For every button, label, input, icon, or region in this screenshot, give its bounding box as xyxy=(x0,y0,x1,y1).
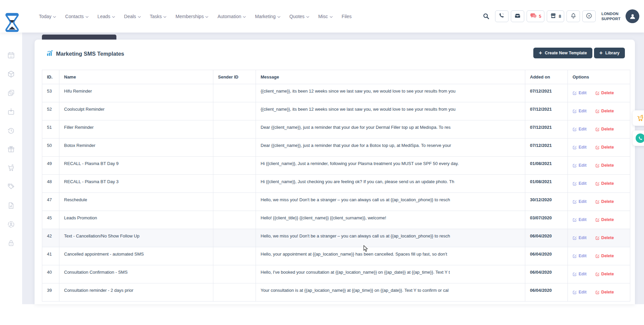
sidebar-item-cart[interactable] xyxy=(7,164,15,172)
templates-table-wrap: ID.NameSender IDMessageAdded onOptions 5… xyxy=(42,70,630,302)
row-message: {{client_name}}, its been 12 weeks since… xyxy=(256,102,525,120)
table-row: 39 Consultation reminder - 2 days prior … xyxy=(42,283,630,302)
row-options: EditDelete xyxy=(568,211,630,229)
library-button[interactable]: + Library xyxy=(594,48,625,58)
edit-button[interactable]: Edit xyxy=(573,145,587,150)
edit-button[interactable]: Edit xyxy=(573,272,587,276)
table-row: 42 Text - Cancellation/No Show Follow Up… xyxy=(42,229,630,247)
sidebar-item-lock[interactable] xyxy=(7,239,15,247)
row-options: EditDelete xyxy=(568,229,630,247)
edit-button[interactable]: Edit xyxy=(573,217,587,222)
delete-button[interactable]: Delete xyxy=(595,217,614,222)
nav-item-today[interactable]: Today xyxy=(39,14,56,19)
sidebar-item-copy[interactable] xyxy=(7,89,15,97)
delete-button[interactable]: Delete xyxy=(595,181,614,186)
table-row: 48 RECALL - Plasma BT Day 3 Hi {{client_… xyxy=(42,175,630,193)
delete-button[interactable]: Delete xyxy=(595,145,614,150)
delete-icon xyxy=(595,200,600,204)
edit-button[interactable]: Edit xyxy=(573,254,587,258)
app-window: TodayContactsLeadsDealsTasksMembershipsA… xyxy=(0,0,644,325)
nav-item-tasks[interactable]: Tasks xyxy=(150,14,167,19)
bell-icon xyxy=(570,12,577,20)
chart-icon xyxy=(47,50,53,58)
row-message: Hello, your appointment at {{ap_location… xyxy=(256,247,525,265)
edit-button[interactable]: Edit xyxy=(573,290,587,294)
edit-button[interactable]: Edit xyxy=(573,127,587,131)
delete-button[interactable]: Delete xyxy=(595,91,614,95)
phone-button[interactable] xyxy=(495,10,508,22)
icon-button-group: 58? xyxy=(495,10,596,22)
delete-button[interactable]: Delete xyxy=(595,163,614,168)
sidebar-item-report[interactable] xyxy=(7,202,15,210)
nav-item-deals[interactable]: Deals xyxy=(124,14,141,19)
chat-button[interactable]: 5 xyxy=(527,10,544,22)
edit-button[interactable]: Edit xyxy=(573,163,587,168)
cart-widget-button[interactable] xyxy=(633,110,644,126)
search-icon[interactable] xyxy=(483,13,490,20)
sidebar-item-calendar[interactable]: 12 xyxy=(7,51,15,59)
row-id: 40 xyxy=(42,265,59,283)
table-row: 49 RECALL - Plasma BT Day 9 Hi {{client_… xyxy=(42,157,630,175)
delete-button[interactable]: Delete xyxy=(595,109,614,113)
edit-button[interactable]: Edit xyxy=(573,181,587,186)
row-message: Dear {{client_name}}, just a reminder th… xyxy=(256,139,525,157)
store-button[interactable]: 8 xyxy=(547,10,564,22)
app-logo-icon[interactable] xyxy=(4,13,20,33)
delete-icon xyxy=(595,163,600,168)
user-avatar[interactable] xyxy=(626,9,639,23)
delete-icon xyxy=(595,181,600,186)
row-added-on: 06/04/2020 xyxy=(525,247,568,265)
delete-button[interactable]: Delete xyxy=(595,290,614,294)
nav-item-contacts[interactable]: Contacts xyxy=(65,14,88,19)
delete-button[interactable]: Delete xyxy=(595,272,614,276)
row-name: Leads Promotion xyxy=(59,211,213,229)
account-name: LONDON SUPPORT xyxy=(601,11,621,21)
delete-button[interactable]: Delete xyxy=(595,254,614,258)
help-button[interactable]: ? xyxy=(582,10,596,22)
chevron-down-icon xyxy=(277,14,280,19)
sidebar-item-history[interactable] xyxy=(7,126,15,134)
row-id: 52 xyxy=(42,102,59,120)
nav-item-marketing[interactable]: Marketing xyxy=(255,14,280,19)
edit-button[interactable]: Edit xyxy=(573,109,587,113)
store-count-badge: 8 xyxy=(559,14,561,19)
sidebar-item-gift[interactable] xyxy=(7,145,15,153)
sidebar-item-account[interactable] xyxy=(7,220,15,228)
delete-button[interactable]: Delete xyxy=(595,235,614,240)
sidebar-item-tags[interactable] xyxy=(7,183,15,191)
phone-widget-button[interactable] xyxy=(633,130,644,146)
table-row: 41 Cancelled appointment - automated SMS… xyxy=(42,247,630,265)
delete-button[interactable]: Delete xyxy=(595,199,614,204)
chevron-down-icon xyxy=(306,14,309,19)
column-header-added-on: Added on xyxy=(525,70,568,84)
sidebar-item-basket[interactable] xyxy=(7,108,15,116)
nav-item-automation[interactable]: Automation xyxy=(217,14,246,19)
edit-button[interactable]: Edit xyxy=(573,91,587,95)
column-header-name: Name xyxy=(59,70,213,84)
nav-item-memberships[interactable]: Memberships xyxy=(175,14,208,19)
chevron-down-icon xyxy=(163,14,166,19)
chevron-down-icon xyxy=(330,14,333,19)
row-added-on: 07/12/2021 xyxy=(525,120,568,139)
row-sender-id xyxy=(213,157,256,175)
row-name: Reschedule xyxy=(59,193,213,211)
row-name: Filler Reminder xyxy=(59,120,213,139)
row-name: Consultation Confirmation - SMS xyxy=(59,265,213,283)
sidebar-item-package[interactable] xyxy=(7,70,15,78)
row-id: 49 xyxy=(42,157,59,175)
nav-item-leads[interactable]: Leads xyxy=(98,14,115,19)
chevron-down-icon xyxy=(138,14,141,19)
row-options: EditDelete xyxy=(568,265,630,283)
delete-button[interactable]: Delete xyxy=(595,127,614,131)
phone-icon xyxy=(498,12,505,20)
edit-button[interactable]: Edit xyxy=(573,235,587,240)
bell-button[interactable] xyxy=(567,10,580,22)
row-message: Dear {{client_name}}, just a reminder th… xyxy=(256,120,525,139)
nav-item-files[interactable]: Files xyxy=(342,14,352,19)
row-sender-id xyxy=(213,120,256,139)
edit-button[interactable]: Edit xyxy=(573,199,587,204)
inbox-button[interactable] xyxy=(511,10,524,22)
create-new-template-button[interactable]: + Create New Template xyxy=(533,48,592,58)
nav-item-misc[interactable]: Misc xyxy=(318,14,333,19)
nav-item-quotes[interactable]: Quotes xyxy=(289,14,309,19)
